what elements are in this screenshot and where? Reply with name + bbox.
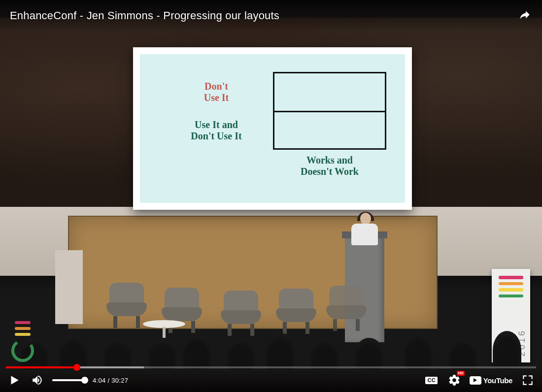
video-title[interactable]: EnhanceConf - Jen Simmons - Progressing … — [10, 9, 279, 22]
slide-grid-box — [273, 72, 386, 150]
captions-button[interactable]: CC — [424, 373, 439, 388]
title-bar: EnhanceConf - Jen Simmons - Progressing … — [0, 0, 542, 32]
slide: Don'tUse It Use It andDon't Use It Works… — [140, 54, 405, 203]
stage-monitor — [55, 250, 83, 324]
video-frame[interactable]: Don'tUse It Use It andDon't Use It Works… — [0, 0, 542, 392]
volume-fill — [52, 379, 85, 381]
share-button[interactable] — [517, 8, 532, 23]
settings-icon — [448, 374, 461, 387]
audience-silhouette — [0, 325, 542, 369]
current-time: 4:04 — [93, 377, 106, 384]
slide-label-row1: Don'tUse It — [169, 81, 263, 103]
speaker-person — [346, 213, 382, 245]
watch-on-youtube-button[interactable]: YouTube — [470, 376, 512, 385]
youtube-label: YouTube — [483, 376, 512, 385]
svg-rect-1 — [15, 327, 31, 330]
share-icon — [518, 9, 531, 22]
controls-bar: 4:04 / 30:27 CC HD YouTube — [0, 368, 542, 392]
volume-knob[interactable] — [81, 377, 88, 384]
slide-label-row2: Use It andDon't Use It — [169, 119, 263, 142]
volume-slider[interactable] — [52, 379, 85, 381]
svg-rect-0 — [15, 321, 31, 324]
cc-icon: CC — [425, 377, 438, 384]
slide-label-col: Works andDoesn't Work — [273, 155, 386, 177]
presentation-screen: Don'tUse It Use It andDon't Use It Works… — [133, 47, 412, 210]
svg-rect-2 — [15, 333, 31, 336]
svg-point-3 — [9, 337, 36, 362]
youtube-logo-icon — [470, 376, 481, 385]
time-display: 4:04 / 30:27 — [93, 377, 128, 384]
stage-chair — [322, 284, 371, 331]
hd-badge: HD — [457, 371, 465, 376]
play-icon — [8, 374, 21, 387]
play-button[interactable] — [7, 373, 22, 388]
channel-watermark-icon[interactable] — [9, 320, 36, 364]
fullscreen-button[interactable] — [520, 373, 535, 388]
fullscreen-icon — [521, 374, 534, 387]
volume-icon — [31, 374, 43, 387]
video-player: Don'tUse It Use It andDon't Use It Works… — [0, 0, 542, 392]
duration: 30:27 — [111, 377, 128, 384]
settings-button[interactable]: HD — [447, 373, 462, 388]
mute-button[interactable] — [30, 373, 44, 388]
